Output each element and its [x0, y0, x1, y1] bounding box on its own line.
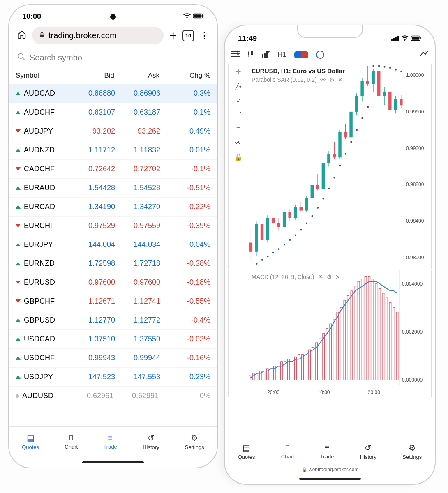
nav-tab-quotes[interactable]: ▤Quotes [238, 443, 255, 460]
home-indicator[interactable] [299, 478, 361, 480]
svg-rect-125 [302, 355, 304, 380]
nav-tab-history[interactable]: ↺History [143, 433, 159, 450]
levels-icon[interactable]: ≡ [236, 125, 240, 133]
trendline-icon[interactable]: ╱• [235, 83, 242, 90]
direction-down-icon [16, 129, 21, 133]
svg-rect-144 [368, 277, 370, 380]
bid-value: 1.11712 [70, 146, 115, 154]
ask-value: 1.12772 [115, 316, 160, 325]
lock-icon[interactable]: 🔓 [234, 153, 242, 161]
col-chg: Chg % [159, 71, 210, 80]
svg-rect-147 [379, 288, 381, 380]
indicator-settings-icon[interactable]: ⚙ [327, 274, 332, 280]
status-time: 11:49 [238, 35, 257, 43]
price-chart[interactable]: EURUSD, H1: Euro vs US Dollar Parabolic … [228, 64, 432, 269]
svg-point-96 [328, 188, 330, 189]
quote-row-USDCHF[interactable]: USDCHF0.999430.99944-0.16% [9, 349, 217, 368]
visibility-icon[interactable]: 👁 [235, 139, 242, 147]
nav-tab-chart[interactable]: ⎍Chart [65, 433, 78, 450]
quote-row-EURJPY[interactable]: EURJPY144.004144.0340.04% [9, 235, 217, 254]
nav-label: Chart [65, 444, 78, 450]
overflow-menu-icon[interactable]: ⋮ [200, 30, 209, 41]
direction-up-icon [16, 186, 21, 190]
visibility-toggle-icon[interactable]: 👁 [318, 274, 323, 280]
svg-rect-55 [327, 154, 330, 163]
nav-label: History [143, 444, 159, 450]
polyline-icon[interactable]: ⋰ [235, 111, 242, 119]
quote-row-EURUSD[interactable]: EURUSD0.976000.97600-0.18% [9, 273, 217, 292]
nav-tab-settings[interactable]: ⚙Settings [185, 433, 204, 450]
nav-tab-history[interactable]: ↺History [360, 443, 376, 460]
chart-title: EURUSD, H1: Euro vs US Dollar [252, 67, 345, 74]
col-symbol: Symbol [16, 71, 69, 80]
toggle-panel-icon[interactable] [231, 51, 240, 59]
svg-line-5 [23, 58, 25, 60]
nav-tab-chart[interactable]: ⎍Chart [281, 443, 294, 460]
svg-rect-45 [300, 207, 303, 211]
svg-rect-133 [330, 324, 332, 380]
tab-count-button[interactable]: 10 [182, 30, 194, 41]
svg-rect-131 [323, 333, 325, 380]
quote-row-CADCHF[interactable]: CADCHF0.726420.72702-0.1% [9, 160, 217, 179]
quote-row-AUDCHF[interactable]: AUDCHF0.631070.631870.1% [9, 103, 217, 122]
nav-tab-settings[interactable]: ⚙Settings [402, 443, 422, 460]
nav-label: Quotes [22, 444, 39, 450]
quote-row-EURCHF[interactable]: EURCHF0.975290.97559-0.39% [9, 217, 217, 235]
nav-tab-trade[interactable]: ≡Trade [320, 443, 334, 460]
svg-rect-53 [322, 163, 325, 189]
svg-rect-126 [305, 352, 307, 380]
quote-row-EURNZD[interactable]: EURNZD1.725981.72718-0.38% [9, 254, 217, 273]
quote-row-AUDJPY[interactable]: AUDJPY93.20293.2620.49% [9, 122, 217, 141]
svg-rect-1 [194, 14, 202, 17]
symbol-name: EURCHF [24, 221, 70, 230]
change-value: 0.04% [160, 240, 210, 249]
link-charts-icon[interactable] [294, 51, 309, 59]
quote-row-EURAUD[interactable]: EURAUD1.544281.54528-0.51% [9, 179, 217, 198]
visibility-toggle-icon[interactable]: 👁 [320, 76, 326, 83]
svg-rect-138 [347, 295, 349, 380]
home-indicator[interactable] [82, 461, 144, 463]
candlestick-plot [248, 64, 404, 265]
parallel-channel-icon[interactable]: ⫽ [235, 97, 242, 104]
remove-indicator-icon[interactable]: ✕ [338, 76, 343, 83]
ask-value: 1.12741 [115, 297, 160, 306]
quote-row-GBPCHF[interactable]: GBPCHF1.126711.12741-0.55% [9, 292, 217, 311]
svg-rect-141 [358, 281, 360, 380]
svg-rect-116 [270, 369, 272, 380]
quote-row-EURCAD[interactable]: EURCAD1.341901.34270-0.22% [9, 198, 217, 217]
quote-row-GBPUSD[interactable]: GBPUSD1.127701.12772-0.4% [9, 311, 217, 330]
nav-tab-quotes[interactable]: ▤Quotes [22, 433, 39, 450]
timeframe-selector[interactable]: H1 [277, 51, 286, 59]
symbol-name: EURNZD [24, 259, 70, 268]
indicator-settings-icon[interactable]: ⚙ [329, 76, 335, 83]
quote-row-AUDUSD[interactable]: AUDUSD0.629610.629910% [9, 387, 217, 405]
crosshair-icon[interactable]: ✛ [236, 68, 241, 76]
x-tick: 10:00 [317, 389, 330, 395]
quote-row-AUDCAD[interactable]: AUDCAD0.868800.869060.3% [9, 84, 217, 103]
svg-rect-49 [311, 185, 314, 198]
macd-panel[interactable]: MACD (12, 26, 9, Close) 👁 ⚙ ✕ 0.0040000.… [228, 270, 432, 397]
ask-value: 0.86906 [115, 89, 160, 98]
svg-rect-134 [333, 319, 335, 380]
svg-rect-73 [377, 71, 380, 96]
svg-point-101 [356, 129, 358, 131]
quote-row-USDJPY[interactable]: USDJPY147.523147.5530.23% [9, 368, 217, 387]
svg-point-4 [18, 54, 23, 59]
address-field[interactable]: trading.broker.com [32, 27, 164, 44]
quote-row-USDCAD[interactable]: USDCAD1.375101.37550-0.03% [9, 330, 217, 349]
indicators-icon[interactable] [262, 50, 270, 59]
chart-type-candles-icon[interactable] [247, 50, 254, 60]
drawing-tools-icon[interactable] [420, 50, 428, 59]
remove-indicator-icon[interactable]: ✕ [335, 274, 340, 280]
direction-up-icon [16, 243, 21, 246]
home-icon[interactable] [17, 30, 26, 41]
y-tick: 0.99600 [406, 109, 430, 115]
quote-row-AUDNZD[interactable]: AUDNZD1.117121.118320.01% [9, 141, 217, 160]
new-tab-icon[interactable]: + [169, 29, 177, 43]
search-input[interactable] [30, 53, 209, 62]
svg-rect-21 [264, 53, 266, 58]
direction-down-icon [16, 299, 21, 303]
color-theme-icon[interactable] [316, 51, 324, 59]
svg-rect-3 [40, 35, 44, 37]
nav-tab-trade[interactable]: ≡Trade [103, 433, 117, 450]
